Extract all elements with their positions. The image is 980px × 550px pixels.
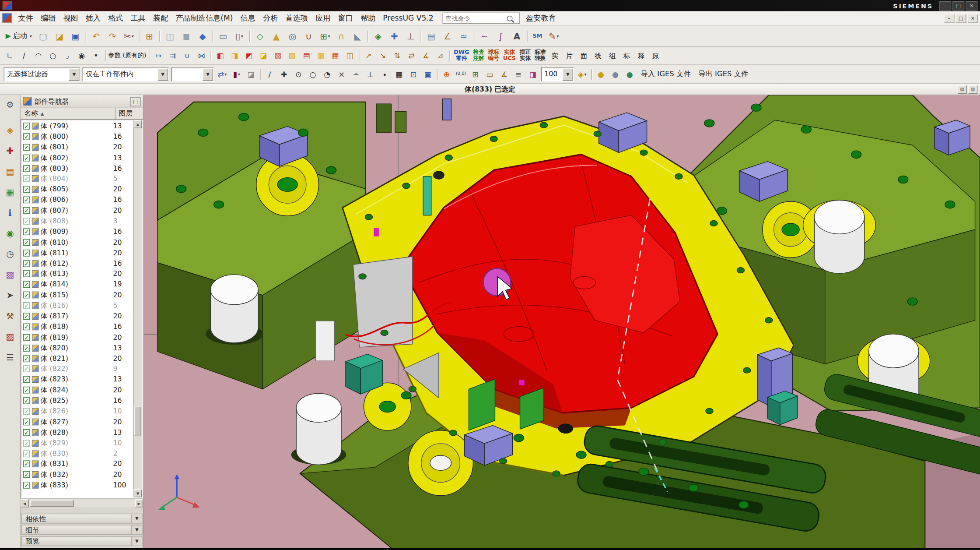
spline-icon[interactable]: ∫ xyxy=(493,28,509,43)
point-icon[interactable]: • xyxy=(89,49,103,62)
hole-icon[interactable]: ◎ xyxy=(284,28,301,43)
table-row[interactable]: ✓ 体 (822) 9 xyxy=(21,364,133,374)
snap-grid-icon[interactable]: ▦ xyxy=(392,67,406,81)
visibility-checkbox[interactable]: ✓ xyxy=(23,207,30,214)
process-studio-icon[interactable]: ➤ xyxy=(4,289,17,302)
chevron-down-icon[interactable]: ▼ xyxy=(131,514,142,523)
die-tool-text-button[interactable]: 实体 UCS xyxy=(501,48,518,63)
offset-curve-icon[interactable]: ⇉ xyxy=(166,49,180,62)
dropdown-arrow-icon[interactable]: ▾ xyxy=(328,33,330,38)
menu-item[interactable]: PressUG V5.2 xyxy=(379,13,438,24)
table-row[interactable]: ✓ 体 (806) 16 xyxy=(21,195,133,205)
extrude-icon[interactable]: ▲ xyxy=(268,28,284,43)
visibility-checkbox[interactable]: ✓ xyxy=(23,376,30,383)
flip-direction-icon[interactable]: ⇅ xyxy=(390,49,404,62)
combo-arrow-icon[interactable]: ▼ xyxy=(563,68,573,81)
table-row[interactable]: ✓ 体 (826) 10 xyxy=(21,406,133,416)
toolbar-icon[interactable] xyxy=(525,28,529,43)
die-tool-text-button[interactable]: DWG 零件 xyxy=(452,48,471,63)
color-filter-icon[interactable]: ▮ ▾ xyxy=(229,67,244,81)
chevron-down-icon[interactable]: ▼ xyxy=(131,537,142,546)
ruler-icon[interactable]: ▭ xyxy=(483,67,497,81)
die-relief-icon[interactable]: ▦ xyxy=(328,49,343,62)
die-binder-icon[interactable]: ◪ xyxy=(256,49,271,62)
table-row[interactable]: ✓ 体 (804) 5 xyxy=(21,173,133,184)
visibility-checkbox[interactable]: ✓ xyxy=(23,165,30,172)
toolbar-icon[interactable] xyxy=(137,28,141,43)
visibility-checkbox[interactable]: ✓ xyxy=(23,313,30,320)
curve-icon[interactable]: ∼ xyxy=(476,28,493,43)
table-row[interactable]: ✓ 体 (823) 13 xyxy=(21,374,133,385)
visibility-checkbox[interactable]: ✓ xyxy=(23,482,30,489)
die-tool-text-button[interactable]: 球标 编号 xyxy=(486,48,501,63)
visibility-checkbox[interactable]: ✓ xyxy=(23,397,30,404)
studio-spline-icon[interactable]: ✎ ▾ xyxy=(546,28,562,43)
filter-mode-button[interactable]: 面 xyxy=(577,49,591,62)
toolbar-icon[interactable] xyxy=(472,28,476,43)
menu-item[interactable]: 产品制造信息(M) xyxy=(172,11,237,25)
table-row[interactable]: ✓ 体 (833) 100 xyxy=(21,480,133,490)
visibility-checkbox[interactable]: ✓ xyxy=(23,440,30,447)
toolbar-icon[interactable] xyxy=(589,67,594,81)
zoom-combo[interactable]: 100 ▼ xyxy=(541,67,574,81)
vertical-scrollbar[interactable]: ▲ ▼ xyxy=(133,120,142,497)
fillet-icon[interactable]: ◞ xyxy=(60,49,74,62)
dropdown-arrow-icon[interactable]: ▾ xyxy=(584,72,587,77)
visibility-checkbox[interactable]: ✓ xyxy=(23,461,30,468)
toolbar-icon[interactable] xyxy=(147,49,151,62)
table-row[interactable]: ✓ 体 (801) 20 xyxy=(21,142,133,152)
table-row[interactable]: ✓ 体 (807) 20 xyxy=(21,205,133,216)
draw-direction-icon[interactable]: ↘ xyxy=(376,49,390,62)
constraint-navigator-icon[interactable]: ✚ xyxy=(4,145,17,157)
material-ball-icon[interactable]: ● xyxy=(608,67,623,81)
export-iges-button[interactable]: 导出 IGES 文件 xyxy=(698,70,749,79)
table-row[interactable]: ✓ 体 (829) 10 xyxy=(21,438,133,448)
filter-mode-button[interactable]: 片 xyxy=(562,49,577,62)
toolbar-icon[interactable] xyxy=(357,49,361,62)
table-row[interactable]: ✓ 体 (799) 13 xyxy=(21,121,133,131)
menu-item[interactable]: 分析 xyxy=(259,11,281,25)
table-row[interactable]: ✓ 体 (824) 20 xyxy=(21,385,133,395)
dropdown-arrow-icon[interactable]: ▾ xyxy=(224,72,227,77)
column-header-name[interactable]: 名称 ▲ xyxy=(21,109,115,118)
table-row[interactable]: ✓ 体 (803) 16 xyxy=(21,163,133,173)
filter-mode-button[interactable]: 组 xyxy=(605,49,620,62)
toolbar-icon[interactable] xyxy=(210,28,215,43)
origin-icon[interactable]: (0,0) xyxy=(454,67,468,81)
angle-icon[interactable]: ∡ xyxy=(419,49,433,62)
assembly-navigator-icon[interactable]: ◈ xyxy=(4,124,17,137)
sketch-icon[interactable]: ▭ xyxy=(215,28,231,43)
manufacturing-icon[interactable]: ⚒ xyxy=(4,310,17,322)
table-row[interactable]: ✓ 体 (810) 20 xyxy=(21,237,133,247)
earth-icon[interactable]: ● xyxy=(623,67,637,81)
filter-mode-button[interactable]: 线 xyxy=(591,49,605,62)
scroll-left-icon[interactable]: ◀ xyxy=(21,499,29,507)
die-tool-text-button[interactable]: 标准 转换 xyxy=(533,48,548,63)
edge-blend-icon[interactable]: ∩ xyxy=(333,28,349,43)
table-row[interactable]: ✓ 体 (828) 13 xyxy=(21,427,133,437)
toolbar-icon[interactable] xyxy=(103,49,108,62)
start-menu-button[interactable]: ▶ 启动 ▾ xyxy=(3,28,35,43)
drafting-icon[interactable]: ▤ xyxy=(423,28,439,43)
palette-icon[interactable]: ◨ xyxy=(525,67,540,81)
scroll-right-icon[interactable]: ▶ xyxy=(135,499,144,507)
datum-plane-icon[interactable]: ◇ xyxy=(252,28,268,43)
menu-item[interactable]: 文件 xyxy=(14,11,37,25)
snap-midpoint-icon[interactable]: ∸ xyxy=(349,67,363,81)
hd3d-tools-icon[interactable]: ℹ xyxy=(4,206,17,219)
snap-tangent-icon[interactable]: ⊥ xyxy=(363,67,378,81)
unite-icon[interactable]: ∪ xyxy=(301,28,317,43)
visibility-checkbox[interactable]: ✓ xyxy=(23,429,30,436)
mirror-curve-icon[interactable]: ⋈ xyxy=(194,49,209,62)
snap-face-point-icon[interactable]: ⊡ xyxy=(406,67,421,81)
visibility-checkbox[interactable]: ✓ xyxy=(23,281,30,288)
legacy-params-button[interactable]: 参数 (原有的) xyxy=(108,49,147,62)
visibility-checkbox[interactable]: ✓ xyxy=(23,249,30,256)
table-row[interactable]: ✓ 体 (813) 20 xyxy=(21,269,133,279)
menu-item[interactable]: 帮助 xyxy=(357,11,379,25)
fill-color-icon[interactable]: ◈ ▾ xyxy=(575,67,589,81)
section-icon[interactable]: ⊿ xyxy=(433,49,448,62)
die-flange-icon[interactable]: ◧ xyxy=(213,49,228,62)
scene-3d[interactable] xyxy=(144,95,980,550)
snap-line-icon[interactable]: ∕ xyxy=(262,67,277,81)
